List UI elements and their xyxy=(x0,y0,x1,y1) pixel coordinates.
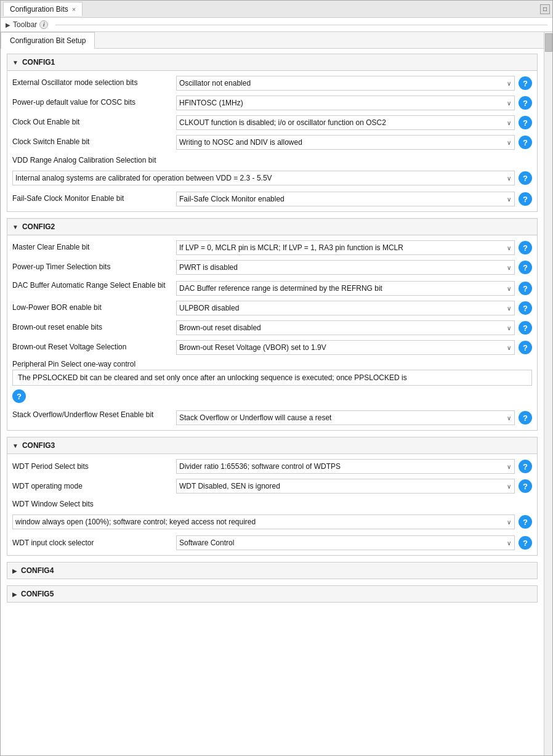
config-row-wdtwin-label: WDT Window Select bits xyxy=(12,496,532,513)
toolbar-info-icon: i xyxy=(39,20,48,29)
wdtps-help-button[interactable]: ? xyxy=(519,460,532,473)
vdd-select-container: Internal analog systems are calibrated f… xyxy=(12,171,515,185)
ext-osc-help-button[interactable]: ? xyxy=(519,76,532,90)
config-row-lpbor: Low-Power BOR enable bit ULPBOR disabled… xyxy=(12,298,532,318)
clkout-help-button[interactable]: ? xyxy=(519,116,532,129)
lpbor-label: Low-Power BOR enable bit xyxy=(12,303,172,313)
bor-select-wrap: Brown-out reset disabled ? xyxy=(176,320,532,335)
cosc-select-wrap: HFINTOSC (1MHz) ? xyxy=(176,96,532,110)
config-row-wdtclk: WDT input clock selector Software Contro… xyxy=(12,533,532,553)
config-row-ext-osc: External Oscillator mode selection bits … xyxy=(12,73,532,93)
pwrt-help-button[interactable]: ? xyxy=(519,261,532,274)
stackoverflow-help-button[interactable]: ? xyxy=(519,411,532,425)
toolbar-toggle[interactable]: ▶ Toolbar i xyxy=(6,20,48,29)
wdtwin-select-container: window always open (100%); software cont… xyxy=(12,514,515,529)
lpbor-help-button[interactable]: ? xyxy=(519,301,532,315)
dac-label: DAC Buffer Automatic Range Select Enable… xyxy=(12,281,172,291)
title-tab-label: Configuration Bits xyxy=(10,5,68,14)
vdd-select-wrap: Internal analog systems are calibrated f… xyxy=(12,171,532,185)
failsafe-select-container: Fail-Safe Clock Monitor enabled xyxy=(176,192,515,206)
cosc-select[interactable]: HFINTOSC (1MHz) xyxy=(176,96,515,110)
config-row-stackoverflow: Stack Overflow/Underflow Reset Enable bi… xyxy=(12,407,532,428)
mclr-help-button[interactable]: ? xyxy=(519,241,532,254)
wdtclk-select[interactable]: Software Control xyxy=(176,535,515,550)
ext-osc-select-container: Oscillator not enabled xyxy=(176,76,515,91)
vdd-help-button[interactable]: ? xyxy=(519,171,532,185)
restore-button[interactable]: □ xyxy=(540,4,550,14)
clkswitch-help-button[interactable]: ? xyxy=(519,136,532,149)
dac-help-button[interactable]: ? xyxy=(519,282,532,295)
config-row-clkout: Clock Out Enable bit CLKOUT function is … xyxy=(12,113,532,132)
cosc-label: Power-up default value for COSC bits xyxy=(12,98,172,108)
bor-select[interactable]: Brown-out reset disabled xyxy=(176,320,515,335)
title-tab[interactable]: Configuration Bits × xyxy=(3,2,83,16)
wdtclk-help-button[interactable]: ? xyxy=(519,536,532,550)
vbor-select-container: Brown-out Reset Voltage (VBOR) set to 1.… xyxy=(176,340,515,355)
config2-title: CONFIG2 xyxy=(22,222,55,231)
mclr-select[interactable]: If LVP = 0, MCLR pin is MCLR; If LVP = 1… xyxy=(176,240,515,255)
wdtmode-select[interactable]: WDT Disabled, SEN is ignored xyxy=(176,479,515,494)
config1-rows: External Oscillator mode selection bits … xyxy=(7,71,537,211)
scrollbar[interactable] xyxy=(544,32,552,755)
failsafe-help-button[interactable]: ? xyxy=(519,192,532,206)
lpbor-select-container: ULPBOR disabled xyxy=(176,301,515,315)
wdtmode-help-button[interactable]: ? xyxy=(519,479,532,493)
bor-help-button[interactable]: ? xyxy=(519,321,532,335)
vdd-select[interactable]: Internal analog systems are calibrated f… xyxy=(12,171,515,185)
config3-arrow-icon: ▼ xyxy=(12,442,18,449)
config-row-dac: DAC Buffer Automatic Range Select Enable… xyxy=(12,277,532,298)
lpbor-select[interactable]: ULPBOR disabled xyxy=(176,301,515,315)
config-row-clkswitch: Clock Switch Enable bit Writing to NOSC … xyxy=(12,132,532,152)
bor-select-container: Brown-out reset disabled xyxy=(176,320,515,335)
clkout-label: Clock Out Enable bit xyxy=(12,118,172,128)
close-tab-button[interactable]: × xyxy=(72,6,76,13)
mclr-select-container: If LVP = 0, MCLR pin is MCLR; If LVP = 1… xyxy=(176,240,515,255)
config5-arrow-icon: ▶ xyxy=(12,591,17,598)
clkout-select[interactable]: CLKOUT function is disabled; i/o or osci… xyxy=(176,115,515,130)
wdtps-label: WDT Period Select bits xyxy=(12,462,172,472)
wdtwin-select[interactable]: window always open (100%); software cont… xyxy=(12,514,515,529)
vbor-select[interactable]: Brown-out Reset Voltage (VBOR) set to 1.… xyxy=(176,340,515,355)
vbor-help-button[interactable]: ? xyxy=(519,341,532,354)
config-row-vdd: VDD Range Analog Calibration Selection b… xyxy=(12,152,532,169)
tab-configuration-bit-setup[interactable]: Configuration Bit Setup xyxy=(1,32,95,49)
config1-header[interactable]: ▼ CONFIG1 xyxy=(7,54,537,71)
wdtclk-select-wrap: Software Control ? xyxy=(176,535,532,550)
content-area: Configuration Bit Setup ▼ CONFIG1 Extern… xyxy=(1,32,552,755)
pwrt-select-container: PWRT is disabled xyxy=(176,260,515,275)
clkswitch-label: Clock Switch Enable bit xyxy=(12,137,172,147)
stackoverflow-select[interactable]: Stack Overflow or Underflow will cause a… xyxy=(176,410,515,425)
config-row-vbor: Brown-out Reset Voltage Selection Brown-… xyxy=(12,338,532,357)
lpbor-select-wrap: ULPBOR disabled ? xyxy=(176,301,532,315)
main-content: ▼ CONFIG1 External Oscillator mode selec… xyxy=(1,49,552,614)
config-row-wdtmode: WDT operating mode WDT Disabled, SEN is … xyxy=(12,476,532,496)
config2-arrow-icon: ▼ xyxy=(12,224,18,230)
config5-header[interactable]: ▶ CONFIG5 xyxy=(7,586,537,602)
config4-title: CONFIG4 xyxy=(21,566,54,575)
wdtps-select[interactable]: Divider ratio 1:65536; software control … xyxy=(176,459,515,474)
scrollbar-thumb[interactable] xyxy=(545,33,552,52)
pwrt-select[interactable]: PWRT is disabled xyxy=(176,260,515,275)
config4-header[interactable]: ▶ CONFIG4 xyxy=(7,563,537,579)
config3-header[interactable]: ▼ CONFIG3 xyxy=(7,437,537,454)
dac-select[interactable]: DAC Buffer reference range is determined… xyxy=(176,281,515,296)
clkswitch-select-wrap: Writing to NOSC and NDIV is allowed ? xyxy=(176,135,532,150)
wdtwin-select-wrap: window always open (100%); software cont… xyxy=(12,514,532,529)
ext-osc-select[interactable]: Oscillator not enabled xyxy=(176,76,515,91)
wdtclk-select-container: Software Control xyxy=(176,535,515,550)
config2-section: ▼ CONFIG2 Master Clear Enable bit If LVP… xyxy=(7,218,538,431)
clkswitch-select[interactable]: Writing to NOSC and NDIV is allowed xyxy=(176,135,515,150)
config-row-mclr: Master Clear Enable bit If LVP = 0, MCLR… xyxy=(12,238,532,258)
failsafe-select[interactable]: Fail-Safe Clock Monitor enabled xyxy=(176,192,515,206)
dac-select-wrap: DAC Buffer reference range is determined… xyxy=(176,281,532,296)
config3-section: ▼ CONFIG3 WDT Period Select bits Divider… xyxy=(7,437,538,556)
config3-rows: WDT Period Select bits Divider ratio 1:6… xyxy=(7,454,537,555)
cosc-help-button[interactable]: ? xyxy=(519,96,532,110)
ppslocked-help-button[interactable]: ? xyxy=(12,389,26,403)
config-row-failsafe: Fail-Safe Clock Monitor Enable bit Fail-… xyxy=(12,189,532,209)
pwrt-label: Power-up Timer Selection bits xyxy=(12,262,172,272)
wdtwin-help-button[interactable]: ? xyxy=(519,515,532,529)
config2-header[interactable]: ▼ CONFIG2 xyxy=(7,219,537,235)
wdtwin-label: WDT Window Select bits xyxy=(12,500,172,510)
tab-header: Configuration Bit Setup xyxy=(1,32,552,49)
